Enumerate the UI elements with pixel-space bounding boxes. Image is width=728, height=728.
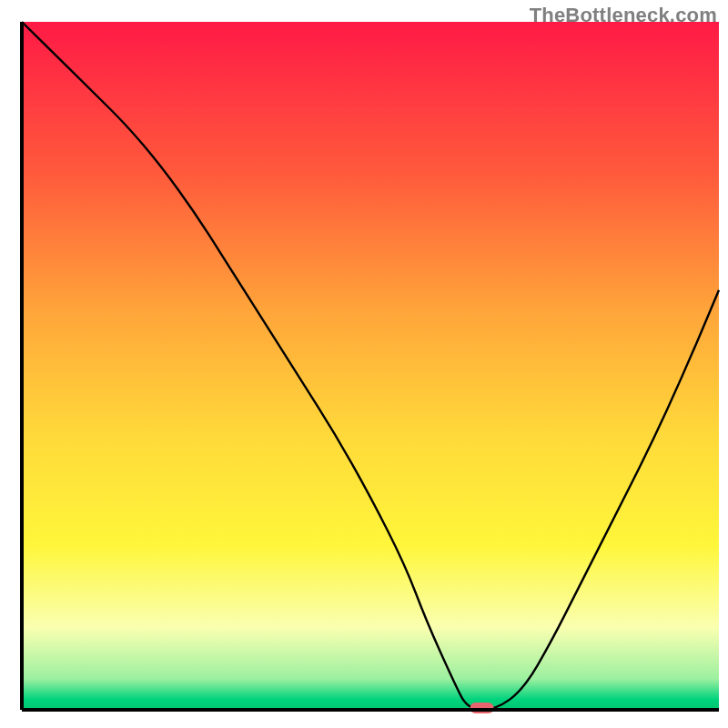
bottleneck-chart — [0, 0, 728, 728]
attribution-text: TheBottleneck.com — [530, 4, 717, 27]
chart-container: TheBottleneck.com — [0, 0, 728, 728]
